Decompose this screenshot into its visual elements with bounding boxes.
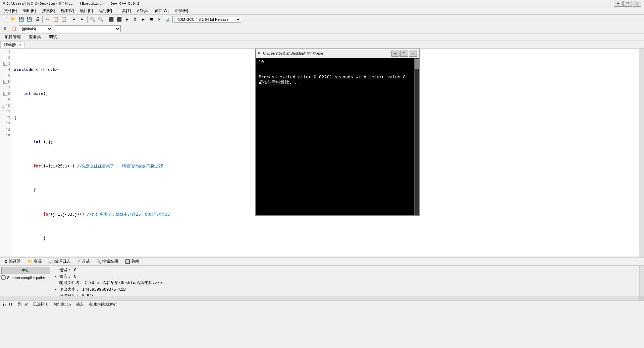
menu-file[interactable]: 文件[F] <box>1 7 19 14</box>
profile-button[interactable]: 📊 <box>164 16 171 23</box>
output-line-1: - 错误： 0 <box>55 267 637 273</box>
line-num-15: 15 <box>0 133 12 139</box>
toolbar1: 📄 📂 💾 💾 🖨 ✂ 📋 📋 ↩ ↪ 🔍 🔍 ⬛ ⬛ ▶ ⚙ ▶ ⏹ ✕ 📊 … <box>0 15 644 24</box>
open-file-button[interactable]: 📂 <box>9 16 17 23</box>
shorten-paths-checkbox[interactable] <box>1 275 6 280</box>
exec-scrollbar[interactable] <box>414 58 419 215</box>
exec-win-controls: — □ ✕ <box>391 51 417 57</box>
compile-run-button[interactable]: ▶ <box>123 16 131 23</box>
bottom-tab-compiler[interactable]: ⚙ 编译器 <box>1 258 23 265</box>
collapse-3[interactable]: □ <box>3 62 7 66</box>
collapse-10[interactable]: □ <box>1 104 5 108</box>
menu-help[interactable]: 帮助[H] <box>172 7 191 14</box>
run-button[interactable]: ▶ <box>140 16 147 23</box>
menu-search[interactable]: 搜索[S] <box>39 7 58 14</box>
nav-tab-debug[interactable]: 调试 <box>46 33 60 41</box>
shorten-paths-label: Shorten compiler paths <box>1 275 50 280</box>
line-num-3: □ 3 <box>0 61 12 67</box>
unindent-button[interactable]: ⬛ <box>115 16 123 23</box>
main-content: 猜年龄.c 1 2 □ 3 4 5 □ 6 7 □ <box>0 41 644 257</box>
bottom-tab-resource[interactable]: 📁 资源 <box>25 258 44 265</box>
print-button[interactable]: 🖨 <box>34 16 41 23</box>
redo-button[interactable]: ↪ <box>78 16 86 23</box>
maximize-button[interactable]: □ <box>623 1 632 7</box>
close-button[interactable]: ✕ <box>633 1 641 7</box>
clear-button[interactable]: ✕ <box>156 16 163 23</box>
bottom-tab-compile-log[interactable]: 📊 编译日志 <box>46 258 73 265</box>
menu-astyle[interactable]: AStyle <box>134 8 151 14</box>
menu-bar: 文件[F] 编辑[E] 搜索[S] 视图[V] 项目[P] 运行[R] 工具[T… <box>0 7 644 15</box>
copy-button[interactable]: 📋 <box>52 16 59 23</box>
menu-edit[interactable]: 编辑[E] <box>20 7 39 14</box>
context-selector[interactable] <box>54 25 121 32</box>
compile-log-tab-icon: 📊 <box>48 259 53 264</box>
bottom-tab-close[interactable]: 🔲 关闭 <box>122 258 142 265</box>
title-text: C:\Users\韩某某\Desktop\猜年龄.c - [Executing]… <box>6 1 614 6</box>
save-button[interactable]: 💾 <box>17 16 25 23</box>
nav-tab-project[interactable]: 项目管理 <box>1 33 24 41</box>
compile-button[interactable]: ⚙ <box>131 16 139 23</box>
bottom-tab-search[interactable]: 🔍 搜索结果 <box>94 258 121 265</box>
line-num-13: 13 <box>0 121 12 127</box>
search-tab-label: 搜索结果 <box>102 259 118 264</box>
menu-view[interactable]: 视图[V] <box>58 7 76 14</box>
compiler-selector[interactable]: TDM-GCC 4.8.1 64-bit Release <box>174 16 241 23</box>
bottom-scrollbar-v[interactable] <box>639 266 644 296</box>
toolbar2-btn1[interactable]: ⊞ <box>1 25 9 32</box>
debug-tab-label: 调试 <box>82 259 90 264</box>
line-num-11: 11 <box>0 109 12 115</box>
collapse-6[interactable]: □ <box>3 80 7 84</box>
file-tabs: 猜年龄.c <box>0 41 644 49</box>
stop-button[interactable]: ⏹ <box>148 16 155 23</box>
exec-titlebar[interactable]: ■ C:\Users\韩某某\Desktop\猜年龄.exe — □ ✕ <box>256 49 419 58</box>
indent-button[interactable]: ⬛ <box>107 16 115 23</box>
bottom-tab-debug[interactable]: ✓ 调试 <box>74 258 92 265</box>
collapse-8[interactable]: □ <box>3 92 7 96</box>
stop-compile-button[interactable]: 中止 <box>1 267 50 274</box>
code-line-8: { <box>14 235 637 241</box>
file-tab-label: 猜年龄.c <box>4 42 21 48</box>
separator3 <box>87 16 88 23</box>
editor-scrollbar-v[interactable] <box>639 49 644 257</box>
replace-button[interactable]: 🔍 <box>97 16 104 23</box>
code-editor[interactable]: 1 2 □ 3 4 5 □ 6 7 □ 8 9 □ <box>0 49 644 257</box>
status-total-lines: 总行数: 15 <box>54 302 71 307</box>
line-num-2: 2 <box>0 55 12 61</box>
line-num-10: □ 10 <box>0 103 12 109</box>
status-bar: 行: 11 列: 32 已选择: 0 总行数: 15 插入 在0秒内完成解析 <box>0 300 644 308</box>
menu-window[interactable]: 窗口[W] <box>152 7 171 14</box>
file-tab-main[interactable]: 猜年龄.c <box>0 41 24 48</box>
bottom-content: 中止 Shorten compiler paths - 错误： 0 - 警告： … <box>0 266 644 296</box>
menu-run[interactable]: 运行[R] <box>96 7 115 14</box>
bottom-scrollbar-h[interactable] <box>0 296 644 300</box>
menu-tools[interactable]: 工具[T] <box>115 7 133 14</box>
close-tab-label: 关闭 <box>131 259 139 264</box>
line-num-6: □ 6 <box>0 79 12 85</box>
separator5 <box>172 16 173 23</box>
exec-minimize-button[interactable]: — <box>391 51 399 57</box>
toolbar2-btn2[interactable]: 📋 <box>10 25 17 32</box>
save-all-button[interactable]: 💾 <box>25 16 33 23</box>
find-button[interactable]: 🔍 <box>89 16 96 23</box>
minimize-button[interactable]: — <box>614 1 623 7</box>
line-num-14: 14 <box>0 127 12 133</box>
nav-tab-class[interactable]: 查看类 <box>25 33 44 41</box>
status-col: 列: 32 <box>18 302 28 307</box>
paste-button[interactable]: 📋 <box>60 16 67 23</box>
exec-close-button[interactable]: ✕ <box>409 51 417 57</box>
globals-selector[interactable]: {globals} <box>19 25 52 32</box>
compiler-tab-icon: ⚙ <box>4 259 8 264</box>
exec-output: 10 ________________________________ Proc… <box>256 58 414 215</box>
new-file-button[interactable]: 📄 <box>1 16 9 23</box>
app-icon: ■ <box>3 1 5 6</box>
close-tab-icon: 🔲 <box>125 259 130 264</box>
separator4 <box>106 16 106 23</box>
undo-button[interactable]: ↩ <box>70 16 78 23</box>
cut-button[interactable]: ✂ <box>44 16 51 23</box>
menu-project[interactable]: 项目[P] <box>77 7 96 14</box>
exec-maximize-button[interactable]: □ <box>400 51 408 57</box>
bottom-left: 中止 Shorten compiler paths <box>0 266 52 296</box>
output-line-4: - 输出大小： 144.9599609375 KiB <box>55 286 637 293</box>
output-line-3: - 输出文件名: C:\Users\韩某某\Desktop\猜年龄.exe <box>55 280 637 286</box>
status-insert: 插入 <box>76 302 84 307</box>
